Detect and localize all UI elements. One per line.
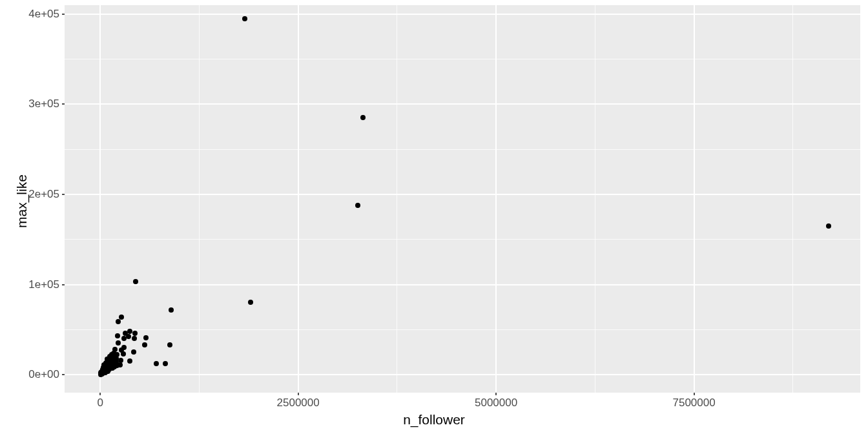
data-point xyxy=(121,336,127,341)
data-point xyxy=(242,16,247,21)
data-point xyxy=(169,307,174,313)
x-tick-label: 0 xyxy=(55,397,145,409)
data-point xyxy=(119,315,124,320)
y-axis-label: max_like xyxy=(14,174,30,228)
x-axis-label: n_follower xyxy=(0,412,868,428)
x-tick-label: 5000000 xyxy=(451,397,541,409)
data-point xyxy=(115,333,120,338)
data-point xyxy=(360,115,366,120)
data-point xyxy=(154,361,159,366)
data-point xyxy=(131,349,136,355)
x-tick-label: 7500000 xyxy=(649,397,739,409)
data-point xyxy=(826,223,831,229)
data-point xyxy=(248,300,253,305)
data-point xyxy=(116,340,121,346)
x-tick-label: 2500000 xyxy=(253,397,344,409)
data-point xyxy=(142,342,147,347)
scatter-chart: max_like n_follower 0e+001e+052e+053e+05… xyxy=(0,0,868,434)
data-point xyxy=(132,336,137,341)
data-point xyxy=(167,342,172,347)
data-point xyxy=(355,203,360,208)
data-point xyxy=(132,331,138,336)
y-tick-label: 4e+05 xyxy=(21,8,59,21)
y-tick-label: 2e+05 xyxy=(21,188,59,201)
data-point xyxy=(98,370,103,375)
data-point xyxy=(127,358,132,364)
y-tick-label: 1e+05 xyxy=(21,278,59,291)
data-point xyxy=(116,319,121,324)
y-tick-label: 0e+00 xyxy=(21,368,59,381)
data-point xyxy=(163,361,168,366)
data-point xyxy=(143,335,149,340)
y-tick-label: 3e+05 xyxy=(21,98,59,110)
plot-area xyxy=(65,5,860,393)
